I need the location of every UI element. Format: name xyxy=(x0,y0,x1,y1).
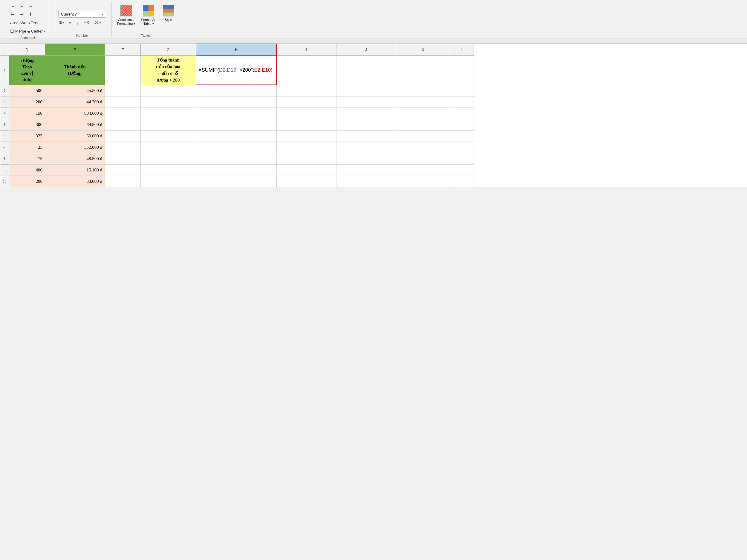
cell-h8[interactable] xyxy=(196,153,277,164)
col-l-header[interactable]: L xyxy=(450,44,474,55)
cell-k5[interactable] xyxy=(396,119,450,130)
cell-f3[interactable] xyxy=(105,96,141,108)
cell-h7[interactable] xyxy=(196,141,277,153)
col-k-header[interactable]: K xyxy=(396,44,450,55)
cell-g4[interactable] xyxy=(141,108,196,119)
cell-d1[interactable]: o lượngTheođon vịtính) xyxy=(9,55,45,85)
cell-g6[interactable] xyxy=(141,130,196,141)
cell-i7[interactable] xyxy=(277,141,336,153)
cell-k4[interactable] xyxy=(396,108,450,119)
cell-f9[interactable] xyxy=(105,164,141,176)
cell-d3[interactable]: 200 xyxy=(9,96,45,108)
cell-f10[interactable] xyxy=(105,176,141,187)
cell-g10[interactable] xyxy=(141,176,196,187)
cell-l4[interactable] xyxy=(450,108,474,119)
cell-g9[interactable] xyxy=(141,164,196,176)
cell-f1[interactable] xyxy=(105,55,141,85)
col-e-header[interactable]: E xyxy=(45,44,105,55)
cell-e6[interactable]: 63.000 đ xyxy=(45,130,105,141)
cell-j9[interactable] xyxy=(336,164,396,176)
cell-e8[interactable]: 48.500 đ xyxy=(45,153,105,164)
cell-j1[interactable] xyxy=(336,55,396,85)
cell-e10[interactable]: 33.000 đ xyxy=(45,176,105,187)
col-h-header[interactable]: H xyxy=(196,44,277,55)
cell-i9[interactable] xyxy=(277,164,336,176)
increase-decimal-button[interactable]: .00→ xyxy=(93,20,103,25)
cell-k9[interactable] xyxy=(396,164,450,176)
cell-f8[interactable] xyxy=(105,153,141,164)
cell-i3[interactable] xyxy=(277,96,336,108)
cell-j4[interactable] xyxy=(336,108,396,119)
cell-g5[interactable] xyxy=(141,119,196,130)
cell-f4[interactable] xyxy=(105,108,141,119)
cell-h9[interactable] xyxy=(196,164,277,176)
cell-h10[interactable] xyxy=(196,176,277,187)
cell-l3[interactable] xyxy=(450,96,474,108)
cell-k6[interactable] xyxy=(396,130,450,141)
decrease-decimal-button[interactable]: ←.0 xyxy=(82,20,90,25)
cell-l10[interactable] xyxy=(450,176,474,187)
cell-i6[interactable] xyxy=(277,130,336,141)
cell-d7[interactable]: 25 xyxy=(9,141,45,153)
cell-j6[interactable] xyxy=(336,130,396,141)
conditional-formatting-button[interactable]: ConditionalFormatting ▾ xyxy=(115,4,137,27)
cell-l6[interactable] xyxy=(450,130,474,141)
comma-button[interactable]: , xyxy=(76,20,79,25)
cell-e3[interactable]: 44.200 đ xyxy=(45,96,105,108)
cell-h6[interactable] xyxy=(196,130,277,141)
cell-d4[interactable]: 150 xyxy=(9,108,45,119)
cell-e5[interactable]: 69.500 đ xyxy=(45,119,105,130)
cell-k7[interactable] xyxy=(396,141,450,153)
cell-k1[interactable] xyxy=(396,55,450,85)
cell-d10[interactable]: 200 xyxy=(9,176,45,187)
cell-g2[interactable] xyxy=(141,85,196,96)
format-dropdown[interactable]: Currency ▾ xyxy=(58,11,106,18)
col-d-header[interactable]: D xyxy=(9,44,45,55)
cell-h3[interactable] xyxy=(196,96,277,108)
cell-i1[interactable] xyxy=(277,55,336,85)
cell-k10[interactable] xyxy=(396,176,450,187)
cell-i5[interactable] xyxy=(277,119,336,130)
cell-styles-button[interactable]: Style xyxy=(160,4,177,23)
cell-d8[interactable]: 75 xyxy=(9,153,45,164)
cell-g3[interactable] xyxy=(141,96,196,108)
cell-i8[interactable] xyxy=(277,153,336,164)
cell-j3[interactable] xyxy=(336,96,396,108)
cell-h4[interactable] xyxy=(196,108,277,119)
cell-j8[interactable] xyxy=(336,153,396,164)
cell-g7[interactable] xyxy=(141,141,196,153)
cell-i4[interactable] xyxy=(277,108,336,119)
align-bottom-center-btn[interactable]: ➡ xyxy=(17,10,26,18)
cell-h2[interactable] xyxy=(196,85,277,96)
cell-l5[interactable] xyxy=(450,119,474,130)
cell-d9[interactable]: 400 xyxy=(9,164,45,176)
cell-l1[interactable] xyxy=(450,55,474,85)
cell-l9[interactable] xyxy=(450,164,474,176)
cell-l7[interactable] xyxy=(450,141,474,153)
cell-j10[interactable] xyxy=(336,176,396,187)
cell-k8[interactable] xyxy=(396,153,450,164)
percent-button[interactable]: % xyxy=(68,20,74,25)
col-j-header[interactable]: J xyxy=(336,44,396,55)
cell-f5[interactable] xyxy=(105,119,141,130)
align-bottom-left-btn[interactable]: ⬅ xyxy=(8,10,17,18)
cell-e9[interactable]: 15.100 đ xyxy=(45,164,105,176)
merge-center-button[interactable]: ⊞ Merge & Center ▾ xyxy=(8,27,47,35)
align-indent-right-btn[interactable]: ⬆ xyxy=(26,10,35,18)
wrap-text-button[interactable]: ab↵ Wrap Text xyxy=(8,19,40,26)
cell-k2[interactable] xyxy=(396,85,450,96)
cell-j2[interactable] xyxy=(336,85,396,96)
align-top-right-btn[interactable]: ≡ xyxy=(26,2,35,9)
cell-h5[interactable] xyxy=(196,119,277,130)
align-top-left-btn[interactable]: ≡ xyxy=(8,2,17,9)
cell-f2[interactable] xyxy=(105,85,141,96)
col-i-header[interactable]: I xyxy=(277,44,336,55)
dollar-dropdown-button[interactable]: $ ▾ xyxy=(58,20,65,25)
cell-e2[interactable]: 45.500 đ xyxy=(45,85,105,96)
cell-k3[interactable] xyxy=(396,96,450,108)
cell-d5[interactable]: 300 xyxy=(9,119,45,130)
cell-h1-formula[interactable]: =SUMIF(D2:D10;">200";E2:E10) xyxy=(196,55,277,85)
cell-g8[interactable] xyxy=(141,153,196,164)
cell-j5[interactable] xyxy=(336,119,396,130)
cell-e1[interactable]: Thành tiền(Đồng) xyxy=(45,55,105,85)
